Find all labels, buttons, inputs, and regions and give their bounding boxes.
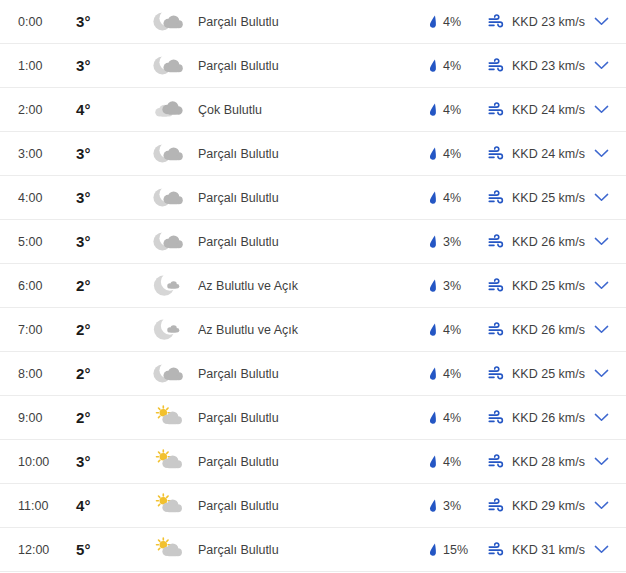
raindrop-icon: [428, 235, 437, 249]
expand-row-button[interactable]: [588, 528, 614, 571]
day-partly-cloudy-icon: [152, 493, 198, 518]
forecast-row[interactable]: 5:00 3° Parçalı Bulutlu 3% KKD 26 km/s: [0, 220, 626, 264]
precipitation-group: 4%: [382, 15, 470, 29]
wind-icon: [488, 58, 505, 73]
time-label: 2:00: [18, 103, 76, 117]
condition-label: Parçalı Bulutlu: [198, 367, 382, 381]
time-label: 3:00: [18, 147, 76, 161]
forecast-row[interactable]: 3:00 3° Parçalı Bulutlu 4% KKD 24 km/s: [0, 132, 626, 176]
wind-label: KKD 24 km/s: [512, 103, 585, 117]
forecast-row[interactable]: 7:00 2° Az Bulutlu ve Açık 4% KKD 26 km/…: [0, 308, 626, 352]
raindrop-icon: [428, 411, 437, 425]
temperature-label: 3°: [76, 233, 152, 250]
forecast-row[interactable]: 11:00 4° Parçalı Bulutlu 3%: [0, 484, 626, 528]
precipitation-group: 3%: [382, 235, 470, 249]
wind-group: KKD 23 km/s: [470, 58, 588, 73]
expand-row-button[interactable]: [588, 132, 614, 175]
forecast-row[interactable]: 1:00 3° Parçalı Bulutlu 4% KKD 23 km/s: [0, 44, 626, 88]
wind-icon: [488, 14, 505, 29]
precipitation-label: 3%: [443, 499, 461, 513]
precipitation-label: 4%: [443, 455, 461, 469]
condition-label: Parçalı Bulutlu: [198, 543, 382, 557]
expand-row-button[interactable]: [588, 264, 614, 307]
forecast-row[interactable]: 0:00 3° Parçalı Bulutlu 4% KKD 23 km/s: [0, 0, 626, 44]
wind-icon: [488, 102, 505, 117]
condition-label: Parçalı Bulutlu: [198, 15, 382, 29]
precipitation-group: 4%: [382, 411, 470, 425]
precipitation-group: 3%: [382, 279, 470, 293]
wind-group: KKD 28 km/s: [470, 454, 588, 469]
night-partly-cloudy-icon: [152, 229, 198, 254]
precipitation-label: 4%: [443, 191, 461, 205]
forecast-row[interactable]: 9:00 2° Parçalı Bulutlu 4%: [0, 396, 626, 440]
wind-icon: [488, 322, 505, 337]
forecast-row[interactable]: 8:00 2° Parçalı Bulutlu 4% KKD 25 km/s: [0, 352, 626, 396]
temperature-label: 2°: [76, 321, 152, 338]
forecast-row[interactable]: 6:00 2° Az Bulutlu ve Açık 3% KKD 25 km/…: [0, 264, 626, 308]
condition-label: Parçalı Bulutlu: [198, 235, 382, 249]
chevron-down-icon: [594, 369, 609, 378]
raindrop-icon: [428, 147, 437, 161]
time-label: 12:00: [18, 543, 76, 557]
forecast-row[interactable]: 2:00 4° Çok Bulutlu 4%: [0, 88, 626, 132]
time-label: 10:00: [18, 455, 76, 469]
time-label: 7:00: [18, 323, 76, 337]
expand-row-button[interactable]: [588, 352, 614, 395]
chevron-down-icon: [594, 457, 609, 466]
raindrop-icon: [428, 543, 437, 557]
condition-label: Çok Bulutlu: [198, 103, 382, 117]
expand-row-button[interactable]: [588, 308, 614, 351]
chevron-down-icon: [594, 501, 609, 510]
expand-row-button[interactable]: [588, 440, 614, 483]
chevron-down-icon: [594, 545, 609, 554]
precipitation-group: 3%: [382, 499, 470, 513]
night-partly-cloudy-icon: [152, 185, 198, 210]
temperature-label: 3°: [76, 13, 152, 30]
forecast-row[interactable]: 4:00 3° Parçalı Bulutlu 4% KKD 25 km/s: [0, 176, 626, 220]
expand-row-button[interactable]: [588, 176, 614, 219]
night-mostly-clear-icon: [152, 317, 198, 342]
wind-group: KKD 31 km/s: [470, 542, 588, 557]
cloudy-icon: [152, 97, 198, 122]
wind-label: KKD 25 km/s: [512, 367, 585, 381]
chevron-down-icon: [594, 17, 609, 26]
forecast-row[interactable]: 12:00 5° Parçalı Bulutlu 15%: [0, 528, 626, 572]
wind-group: KKD 25 km/s: [470, 278, 588, 293]
temperature-label: 5°: [76, 541, 152, 558]
precipitation-label: 4%: [443, 411, 461, 425]
temperature-label: 2°: [76, 277, 152, 294]
raindrop-icon: [428, 59, 437, 73]
wind-group: KKD 24 km/s: [470, 146, 588, 161]
temperature-label: 3°: [76, 57, 152, 74]
wind-icon: [488, 234, 505, 249]
chevron-down-icon: [594, 237, 609, 246]
night-mostly-clear-icon: [152, 273, 198, 298]
expand-row-button[interactable]: [588, 0, 614, 43]
expand-row-button[interactable]: [588, 484, 614, 527]
temperature-label: 3°: [76, 453, 152, 470]
raindrop-icon: [428, 279, 437, 293]
temperature-label: 2°: [76, 365, 152, 382]
wind-icon: [488, 366, 505, 381]
wind-label: KKD 28 km/s: [512, 455, 585, 469]
expand-row-button[interactable]: [588, 220, 614, 263]
wind-label: KKD 24 km/s: [512, 147, 585, 161]
expand-row-button[interactable]: [588, 88, 614, 131]
precipitation-group: 4%: [382, 323, 470, 337]
wind-icon: [488, 278, 505, 293]
wind-label: KKD 31 km/s: [512, 543, 585, 557]
forecast-row[interactable]: 10:00 3° Parçalı Bulutlu 4%: [0, 440, 626, 484]
time-label: 8:00: [18, 367, 76, 381]
temperature-label: 2°: [76, 409, 152, 426]
wind-group: KKD 26 km/s: [470, 410, 588, 425]
hourly-forecast-list: 0:00 3° Parçalı Bulutlu 4% KKD 23 km/s: [0, 0, 626, 572]
wind-label: KKD 25 km/s: [512, 191, 585, 205]
expand-row-button[interactable]: [588, 44, 614, 87]
chevron-down-icon: [594, 105, 609, 114]
condition-label: Parçalı Bulutlu: [198, 191, 382, 205]
time-label: 9:00: [18, 411, 76, 425]
temperature-label: 4°: [76, 497, 152, 514]
night-partly-cloudy-icon: [152, 53, 198, 78]
precipitation-group: 4%: [382, 147, 470, 161]
expand-row-button[interactable]: [588, 396, 614, 439]
